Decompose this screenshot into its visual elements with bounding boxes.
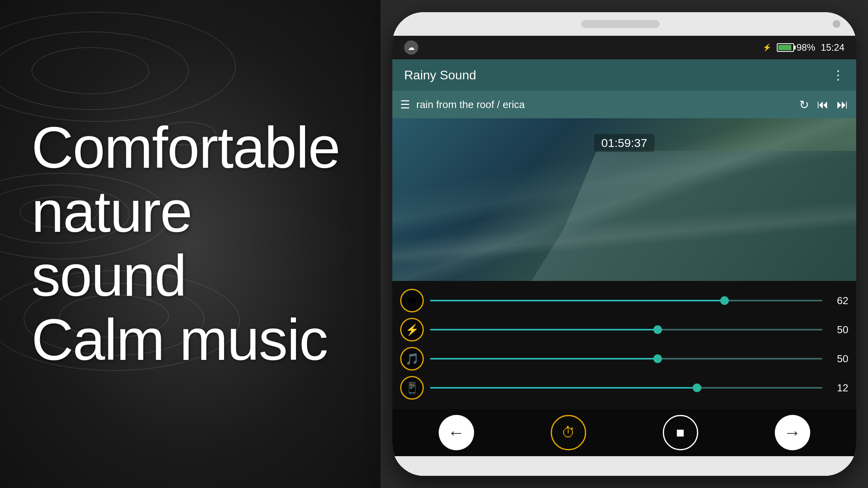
line3: Calm music	[31, 308, 349, 372]
stop-icon: ■	[676, 424, 685, 441]
phone-top-bar	[392, 12, 856, 36]
rain-slider-track[interactable]	[430, 300, 822, 301]
left-panel: Comfortable nature sound Calm music	[0, 0, 381, 488]
next-arrow-icon: →	[784, 423, 801, 442]
playback-bar: ☰ rain from the roof / erica ↻ ⏮ ⏭	[392, 91, 856, 118]
more-options-icon[interactable]: ⋮	[832, 68, 844, 83]
thunder-slider-fill	[430, 329, 658, 330]
vibration-slider-track[interactable]	[430, 387, 822, 389]
phone-frame: ☁ ⚡ 98% 15:24	[392, 12, 856, 476]
music-slider-row: 🎵 50	[400, 347, 848, 371]
rain-slider-thumb[interactable]	[720, 296, 729, 305]
battery-pct: 98%	[796, 42, 815, 53]
rain-slider-row: 🌧 62	[400, 289, 848, 312]
playlist-menu-icon[interactable]: ☰	[400, 98, 410, 111]
thunder-slider-track[interactable]	[430, 329, 822, 330]
app-title: Rainy Sound	[404, 68, 476, 83]
timestamp: 01:59:37	[594, 134, 655, 152]
next-track-button[interactable]: ⏭	[837, 98, 848, 111]
playback-controls: ↻ ⏮ ⏭	[799, 98, 848, 112]
phone-bottom-bar	[392, 456, 856, 476]
battery-indicator: 98%	[777, 42, 815, 53]
status-right: ⚡ 98% 15:24	[763, 42, 844, 53]
music-icon: 🎵	[400, 347, 424, 371]
music-slider-track[interactable]	[430, 358, 822, 360]
refresh-button[interactable]: ↻	[799, 98, 809, 112]
thunder-icon: ⚡	[400, 318, 424, 341]
app-icon-glyph: ☁	[408, 43, 415, 52]
album-art: 01:59:37	[392, 118, 856, 281]
thunder-slider-value: 50	[829, 324, 848, 336]
thunder-slider-thumb[interactable]	[653, 325, 662, 334]
rain-icon: 🌧	[400, 289, 424, 312]
phone-speaker	[581, 20, 660, 28]
vibration-slider-row: 📱 12	[400, 376, 848, 400]
prev-button[interactable]: ←	[439, 415, 474, 450]
phone-camera	[833, 20, 840, 28]
music-slider-value: 50	[829, 353, 848, 365]
bottom-controls: ← ⏱ ■ →	[392, 409, 856, 456]
rain-slider-value: 62	[829, 295, 848, 307]
headline: Comfortable nature sound Calm music	[31, 116, 349, 372]
right-panel: ☁ ⚡ 98% 15:24	[381, 0, 868, 488]
line2: nature sound	[31, 180, 349, 308]
time-display: 15:24	[821, 42, 844, 53]
line1: Comfortable	[31, 116, 349, 180]
prev-arrow-icon: ←	[448, 423, 465, 442]
timer-icon: ⏱	[561, 424, 576, 441]
vibration-icon: 📱	[400, 376, 424, 400]
rain-slider-fill	[430, 300, 725, 301]
prev-track-button[interactable]: ⏮	[817, 98, 829, 111]
sliders-area: 🌧 62 ⚡	[392, 281, 856, 409]
vibration-slider-thumb[interactable]	[693, 383, 701, 392]
music-slider-thumb[interactable]	[653, 354, 662, 363]
stop-button[interactable]: ■	[663, 415, 698, 450]
root: Comfortable nature sound Calm music	[0, 0, 868, 488]
vibration-slider-fill	[430, 387, 697, 389]
next-button[interactable]: →	[775, 415, 810, 450]
status-left: ☁	[404, 40, 418, 55]
timer-button[interactable]: ⏱	[551, 415, 586, 450]
track-name: rain from the roof / erica	[416, 99, 793, 111]
vibration-slider-value: 12	[829, 382, 848, 394]
left-text: Comfortable nature sound Calm music	[0, 0, 381, 488]
battery-box	[777, 43, 794, 52]
app-titlebar: Rainy Sound ⋮	[392, 59, 856, 91]
app-status-icon: ☁	[404, 40, 418, 55]
thunder-slider-row: ⚡ 50	[400, 318, 848, 341]
phone-screen: ☁ ⚡ 98% 15:24	[392, 36, 856, 456]
status-bar: ☁ ⚡ 98% 15:24	[392, 36, 856, 59]
music-slider-fill	[430, 358, 658, 360]
battery-fill	[778, 45, 791, 50]
lightning-icon: ⚡	[763, 43, 771, 52]
